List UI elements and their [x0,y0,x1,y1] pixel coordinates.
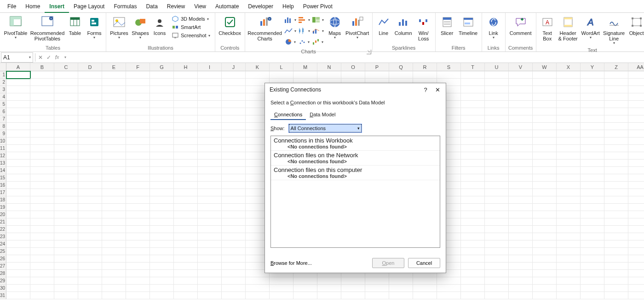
cell[interactable] [365,285,389,292]
cell[interactable] [413,277,437,285]
cell[interactable] [150,292,174,299]
insert-function-button[interactable]: fx [53,53,61,62]
cell[interactable] [6,277,30,285]
cell[interactable] [317,71,341,79]
cell[interactable] [222,130,246,137]
select-all-corner[interactable] [0,63,6,71]
cell[interactable] [509,204,533,211]
cell[interactable] [557,240,581,248]
cell[interactable] [485,79,509,86]
cell[interactable] [485,196,509,204]
cell[interactable] [581,270,604,277]
cell[interactable] [509,174,533,182]
cell[interactable] [198,211,222,218]
cell[interactable] [509,182,533,189]
cell[interactable] [126,248,150,255]
cell[interactable] [270,285,293,292]
cell[interactable] [581,292,604,299]
cell[interactable] [509,226,533,233]
row-header[interactable]: 17 [0,189,6,196]
cell[interactable] [628,263,644,270]
row-header[interactable]: 10 [0,137,6,145]
cell[interactable] [174,130,198,137]
cell[interactable] [198,167,222,174]
cell[interactable] [6,218,30,226]
cell[interactable] [222,255,246,263]
cell[interactable] [581,152,604,160]
cell[interactable] [365,277,389,285]
row-header[interactable]: 4 [0,93,6,101]
enter-formula-button[interactable]: ✓ [45,53,53,62]
cell[interactable] [54,285,78,292]
cell[interactable] [6,270,30,277]
cell[interactable] [533,79,557,86]
cell[interactable] [126,255,150,263]
cell[interactable] [509,123,533,130]
header-footer-button[interactable]: Header & Footer [557,14,580,42]
table-button[interactable]: Table [65,14,85,37]
cell[interactable] [461,270,485,277]
cell[interactable] [628,248,644,255]
cell[interactable] [557,285,581,292]
cell[interactable] [293,277,317,285]
cell[interactable] [222,277,246,285]
cell[interactable] [581,240,604,248]
cell[interactable] [461,218,485,226]
cell[interactable] [222,270,246,277]
cell[interactable] [54,167,78,174]
chevron-down-icon[interactable]: ▾ [61,53,69,62]
column-header[interactable]: M [293,63,317,71]
row-header[interactable]: 1 [0,71,6,79]
row-header[interactable]: 8 [0,123,6,130]
cell[interactable] [54,93,78,101]
cell[interactable] [54,137,78,145]
cell[interactable] [30,211,54,218]
cell[interactable] [30,174,54,182]
cell[interactable] [30,167,54,174]
cell[interactable] [78,285,102,292]
cell[interactable] [461,152,485,160]
cell[interactable] [222,285,246,292]
cell[interactable] [533,115,557,123]
cell[interactable] [581,115,604,123]
cell[interactable] [30,115,54,123]
cell[interactable] [150,101,174,108]
cell[interactable] [533,218,557,226]
cell[interactable] [581,189,604,196]
object-button[interactable]: Object [627,14,644,37]
cell[interactable] [581,160,604,167]
cell[interactable] [54,79,78,86]
cell[interactable] [461,226,485,233]
cell[interactable] [533,270,557,277]
cell[interactable] [78,86,102,93]
cell[interactable] [126,196,150,204]
cell[interactable] [604,204,628,211]
cell[interactable] [222,174,246,182]
cell[interactable] [509,130,533,137]
cell[interactable] [509,101,533,108]
cell[interactable] [78,240,102,248]
cell[interactable] [150,255,174,263]
cell[interactable] [102,167,126,174]
cell[interactable] [628,292,644,299]
cell[interactable] [581,218,604,226]
cell[interactable] [604,240,628,248]
cell[interactable] [30,137,54,145]
cell[interactable] [126,160,150,167]
cell[interactable] [150,174,174,182]
pivotchart-button[interactable]: PivotChart ▾ [345,14,370,41]
cell[interactable] [533,174,557,182]
cell[interactable] [78,182,102,189]
cell[interactable] [365,292,389,299]
cell[interactable] [126,145,150,152]
cell[interactable] [78,115,102,123]
ribbon-tab-view[interactable]: View [190,0,211,13]
cell[interactable] [485,240,509,248]
cell[interactable] [30,160,54,167]
cell[interactable] [102,270,126,277]
cell[interactable] [222,160,246,167]
cell[interactable] [222,71,246,79]
cell[interactable] [628,123,644,130]
sparkline-winloss-button[interactable]: Win/ Loss [414,14,433,42]
cell[interactable] [533,152,557,160]
